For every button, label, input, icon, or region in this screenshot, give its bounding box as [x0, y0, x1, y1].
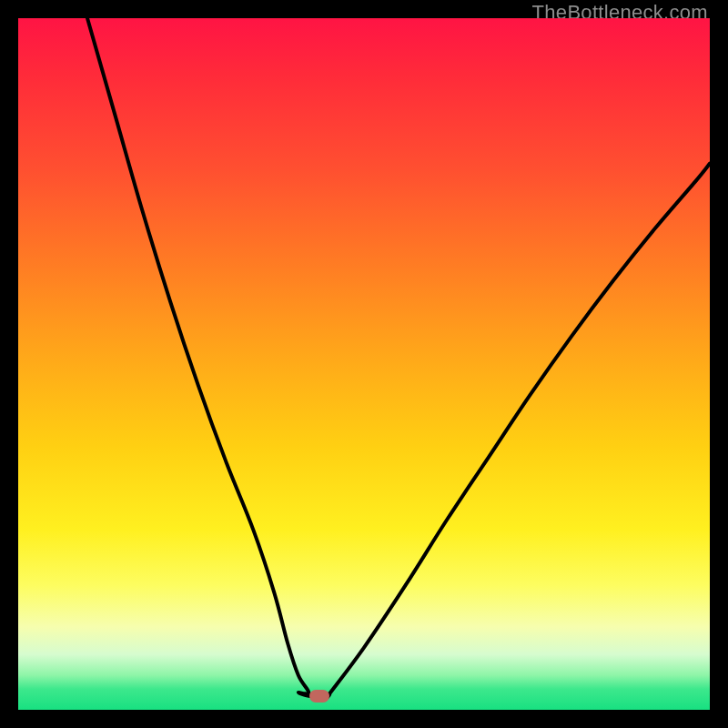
bottleneck-curve — [18, 18, 710, 710]
plot-area — [18, 18, 710, 710]
optimum-marker — [309, 690, 329, 703]
chart-frame: TheBottleneck.com — [0, 0, 728, 728]
